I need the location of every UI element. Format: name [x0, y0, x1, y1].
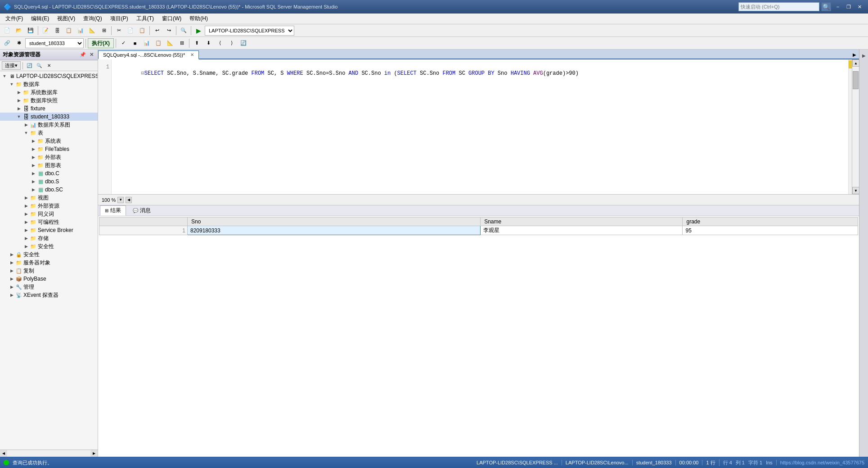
menu-query[interactable]: 查询(Q) [80, 14, 105, 23]
tree-expand-student[interactable]: ▼ [15, 113, 22, 120]
toolbar-save-btn[interactable]: 💾 [25, 26, 36, 36]
tree-item-graph-tables[interactable]: ▶ 📁 图形表 [0, 161, 98, 169]
oe-scroll-track[interactable] [7, 450, 90, 457]
toolbar-refresh[interactable]: 🔄 [238, 38, 249, 48]
tree-item-systables[interactable]: ▶ 📁 系统表 [0, 137, 98, 145]
oe-refresh-btn[interactable]: 🔄 [25, 62, 34, 70]
status-link[interactable]: https://blog.csdn.net/weixin_43577675 [778, 460, 864, 465]
tree-item-storage[interactable]: ▶ 📁 存储 [0, 234, 98, 242]
toolbar-run[interactable]: ▶ [193, 26, 204, 36]
toolbar-sqlcmd[interactable]: 📐 [165, 38, 175, 48]
menu-view[interactable]: 视图(V) [54, 14, 79, 23]
oe-scroll-right[interactable]: ▶ [90, 450, 98, 457]
toolbar-btn3[interactable]: 📋 [63, 26, 74, 36]
toolbar-cut[interactable]: ✂ [113, 26, 124, 36]
toolbar-results[interactable]: ⊞ [176, 38, 187, 48]
tree-item-tables[interactable]: ▼ 📁 表 [0, 129, 98, 137]
toolbar-comment[interactable]: ⟨ [215, 38, 225, 48]
tree-item-xevent[interactable]: ▶ 📡 XEvent 探查器 [0, 291, 98, 299]
tree-item-dbo-sc[interactable]: ▶ ▦ dbo.SC [0, 186, 98, 194]
tree-expand-sysdb[interactable]: ▶ [15, 89, 22, 96]
tree-expand-systables[interactable]: ▶ [30, 137, 37, 145]
tree-item-management[interactable]: ▶ 🔧 管理 [0, 283, 98, 291]
results-tab-messages[interactable]: 💬 消息 [128, 205, 156, 216]
menu-tools[interactable]: 工具(T) [133, 14, 157, 23]
database-dropdown[interactable]: student_180333 [25, 38, 84, 48]
tree-expand-replication[interactable]: ▶ [8, 267, 15, 274]
toolbar-cancel[interactable]: ■ [130, 38, 140, 48]
toolbar-show-plan[interactable]: 📋 [153, 38, 164, 48]
menu-help[interactable]: 帮助(H) [186, 14, 211, 23]
tree-expand-synonyms[interactable]: ▶ [22, 210, 30, 218]
tab-query4[interactable]: SQLQuery4.sql -...8SC\Lenovo (55))* ✕ [98, 50, 199, 59]
tree-item-replication[interactable]: ▶ 📋 复制 [0, 267, 98, 275]
tree-item-synonyms[interactable]: ▶ 📁 同义词 [0, 210, 98, 218]
restore-button[interactable]: ❐ [844, 2, 854, 11]
tree-item-snapshot[interactable]: ▶ 📁 数据库快照 [0, 96, 98, 105]
editor-v-scrollbar[interactable]: ▲ ▼ [852, 59, 859, 194]
tree-expand-snapshot[interactable]: ▶ [15, 97, 22, 104]
tree-expand-filetables[interactable]: ▶ [30, 145, 37, 153]
toolbar-copy[interactable]: 📄 [125, 26, 136, 36]
quick-launch-search-btn[interactable]: 🔍 [821, 2, 831, 11]
tree-expand-dbo-s[interactable]: ▶ [30, 178, 37, 185]
tree-item-fixture[interactable]: ▶ 🗄 fixture [0, 105, 98, 113]
tree-expand-server-objects[interactable]: ▶ [8, 259, 15, 266]
tree-expand-management[interactable]: ▶ [8, 283, 15, 291]
tree-item-diagrams[interactable]: ▶ 📊 数据库关系图 [0, 121, 98, 129]
tree-item-server[interactable]: ▼ 🖥 LAPTOP-LID28SC\SQLEXPRESS [0, 72, 98, 80]
menu-edit[interactable]: 编辑(E) [27, 14, 53, 23]
right-panel-expand-btn[interactable]: ▶ [860, 51, 868, 59]
tree-item-student[interactable]: ▼ 🗄 student_180333 [0, 113, 98, 121]
tree-expand-databases[interactable]: ▼ [8, 81, 15, 88]
oe-stop-btn[interactable]: ✕ [45, 62, 54, 70]
tree-expand-service-broker[interactable]: ▶ [22, 227, 30, 234]
oe-filter-btn[interactable]: 🔍 [35, 62, 44, 70]
toolbar-uncomment[interactable]: ⟩ [226, 38, 237, 48]
tree-item-security[interactable]: ▶ 🔒 安全性 [0, 250, 98, 259]
tab-close-btn[interactable]: ✕ [190, 52, 194, 57]
toolbar-btn5[interactable]: 📐 [87, 26, 98, 36]
toolbar-new-query[interactable]: 📝 [40, 26, 51, 36]
toolbar-indent[interactable]: ⬆ [191, 38, 202, 48]
tree-expand-fixture[interactable]: ▶ [15, 105, 22, 112]
toolbar-paste[interactable]: 📋 [137, 26, 148, 36]
tree-item-service-broker[interactable]: ▶ 📁 Service Broker [0, 226, 98, 234]
tree-item-dbo-s[interactable]: ▶ ▦ dbo.S [0, 177, 98, 186]
connection-dropdown[interactable]: LAPTOP-LID28SC\SQLEXPRESS [205, 26, 294, 36]
toolbar-open-btn[interactable]: 📂 [13, 26, 24, 36]
execute-button[interactable]: 执行(X) [88, 38, 114, 48]
toolbar-find[interactable]: 🔍 [178, 26, 189, 36]
oe-connect-btn[interactable]: 连接▾ [2, 61, 21, 70]
tree-item-db-security[interactable]: ▶ 📁 安全性 [0, 242, 98, 250]
tree-item-dbo-c[interactable]: ▶ ▦ dbo.C [0, 169, 98, 177]
tree-item-filetables[interactable]: ▶ 📁 FileTables [0, 145, 98, 153]
toolbar-new-btn[interactable]: 📄 [2, 26, 13, 36]
toolbar-undo[interactable]: ↩ [152, 26, 162, 36]
zoom-dropdown-btn[interactable]: ▼ [117, 197, 124, 203]
tree-item-external-resources[interactable]: ▶ 📁 外部资源 [0, 202, 98, 210]
oe-pin-btn[interactable]: 📌 [78, 51, 87, 58]
tree-expand-external-tables[interactable]: ▶ [30, 154, 37, 161]
toolbar-redo[interactable]: ↪ [163, 26, 174, 36]
tree-expand-polybase[interactable]: ▶ [8, 275, 15, 282]
tree-expand-tables[interactable]: ▼ [22, 129, 30, 136]
editor-scroll-track[interactable] [852, 67, 859, 187]
tree-item-sysdb[interactable]: ▶ 📁 系统数据库 [0, 88, 98, 96]
quick-launch-input[interactable] [738, 2, 819, 11]
tree-expand-storage[interactable]: ▶ [22, 235, 30, 242]
editor-scroll-down[interactable]: ▼ [852, 187, 859, 194]
oe-scroll-left[interactable]: ◀ [0, 450, 7, 457]
menu-project[interactable]: 项目(P) [107, 14, 132, 23]
tree-item-programmability[interactable]: ▶ 📁 可编程性 [0, 218, 98, 226]
toolbar-est-plan[interactable]: 📊 [141, 38, 152, 48]
close-button[interactable]: ✕ [855, 2, 864, 11]
tree-expand-db-security[interactable]: ▶ [22, 243, 30, 250]
oe-close-btn[interactable]: ✕ [88, 51, 95, 58]
minimize-button[interactable]: − [833, 2, 843, 11]
toolbar-btn6[interactable]: ⊞ [99, 26, 109, 36]
tree-expand-server[interactable]: ▼ [1, 73, 8, 80]
tree-expand-graph-tables[interactable]: ▶ [30, 162, 37, 169]
tree-expand-xevent[interactable]: ▶ [8, 291, 15, 299]
toolbar-db-diagram[interactable]: 🗄 [52, 26, 63, 36]
